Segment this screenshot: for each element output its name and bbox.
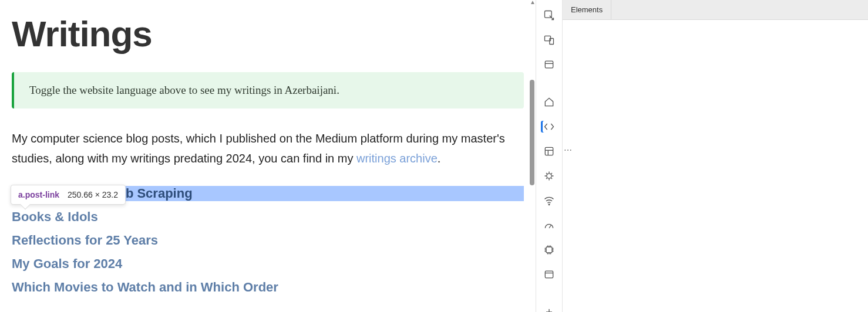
svg-rect-5 [545,147,553,155]
language-notice: Toggle the website language above to see… [12,72,524,108]
debugger-icon[interactable] [541,170,557,182]
devtools-panel: Elements ⋯ [563,0,868,312]
devtools-toolbar [536,0,563,312]
post-link[interactable]: Reflections for 25 Years [12,233,524,248]
page-title: Writings [12,13,524,55]
memory-icon[interactable] [541,244,557,256]
inspect-icon[interactable] [541,9,557,21]
content-scrollbar[interactable]: ▲ [529,0,536,312]
post-link[interactable]: Books & Idols [12,209,524,225]
svg-rect-11 [546,247,552,253]
network-icon[interactable] [541,195,557,206]
intro-period: . [438,152,441,165]
archive-link[interactable]: writings archive [356,152,438,165]
application-icon[interactable] [541,269,557,280]
responsive-icon[interactable] [541,34,557,46]
page-content: Writings Toggle the website language abo… [0,0,536,312]
inspect-selector: a.post-link [18,190,59,199]
element-inspect-tooltip: a.post-link 250.66 × 23.2 [11,185,126,205]
dom-tree[interactable] [563,20,868,312]
more-tools-icon[interactable] [541,306,557,312]
post-link[interactable]: Which Movies to Watch and in Which Order [12,280,524,295]
performance-icon[interactable] [541,219,557,231]
home-icon[interactable] [541,96,557,108]
svg-rect-2 [550,39,554,45]
svg-point-9 [549,204,550,205]
svg-rect-3 [545,61,553,68]
svg-rect-12 [545,271,553,278]
post-link[interactable]: My Goals for 2024 [12,256,524,272]
devtools-tabstrip: Elements [563,0,868,20]
inspect-dimensions: 250.66 × 23.2 [68,190,118,199]
svg-line-10 [549,225,551,228]
intro-paragraph: My computer science blog posts, which I … [12,128,523,168]
scroll-up-icon[interactable]: ▲ [530,0,536,5]
tab-elements[interactable]: Elements [563,0,611,19]
panel-icon[interactable] [541,59,557,70]
svg-point-8 [547,174,551,178]
elements-icon[interactable] [541,121,557,133]
layout-icon[interactable] [541,145,557,157]
scroll-thumb[interactable] [530,80,534,185]
